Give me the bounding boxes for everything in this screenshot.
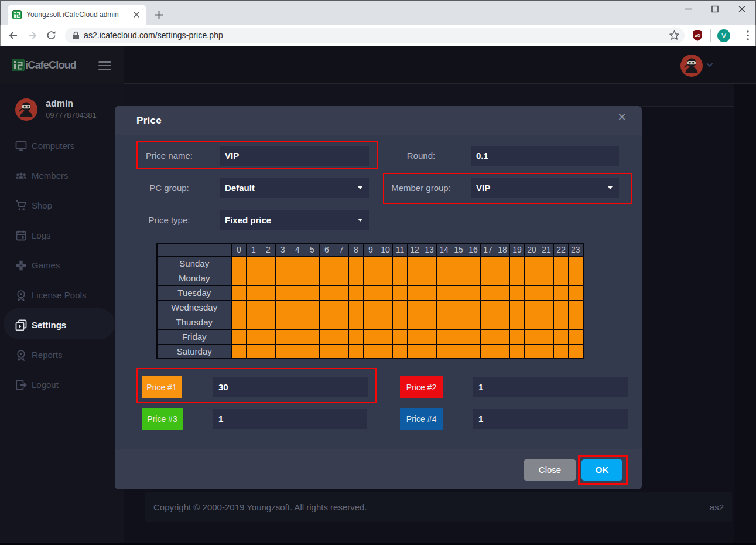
svg-text:uO: uO [695,33,700,38]
